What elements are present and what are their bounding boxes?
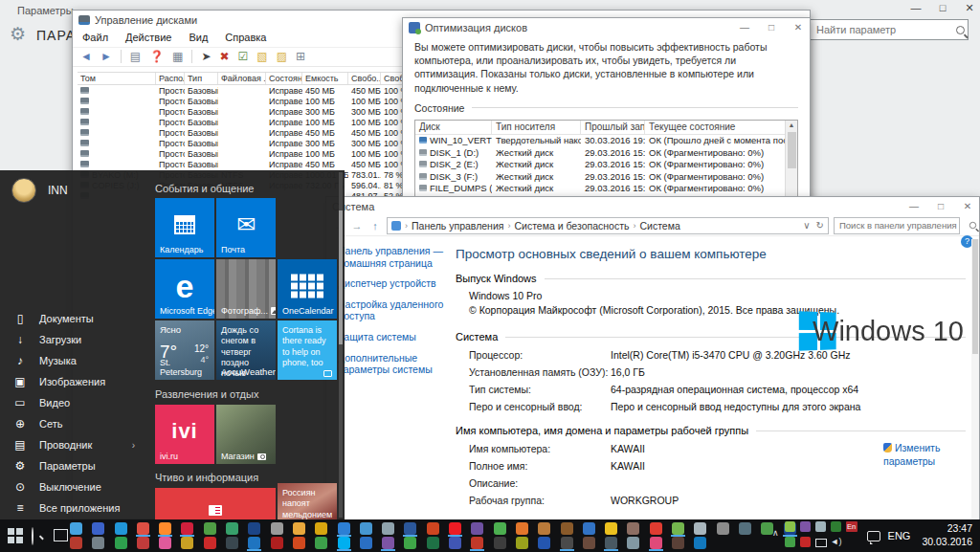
app-icon[interactable] xyxy=(494,537,506,549)
maximize-button[interactable]: □ xyxy=(935,201,947,211)
tile-cortana[interactable]: Cortana is there ready to help on phone,… xyxy=(278,320,337,380)
network-icon[interactable] xyxy=(815,539,827,547)
app-icon[interactable] xyxy=(583,522,595,535)
app-icon[interactable] xyxy=(338,537,350,549)
forward-icon[interactable]: → xyxy=(350,220,364,232)
app-icon[interactable] xyxy=(471,522,483,535)
rail-item-power[interactable]: ⊙Выключение xyxy=(0,476,148,497)
tile-edge[interactable]: e Microsoft Edge xyxy=(155,259,214,319)
rail-item-video[interactable]: ▭Видео xyxy=(0,392,148,413)
rail-item-pictures[interactable]: ▣Изображения xyxy=(0,371,148,392)
tile-onecalendar[interactable]: OneCalendar xyxy=(278,259,337,319)
app-icon[interactable] xyxy=(293,522,305,535)
app-icon[interactable] xyxy=(360,537,372,549)
menu-item-Справка[interactable]: Справка xyxy=(225,32,266,43)
maximize-button[interactable]: □ xyxy=(766,22,777,33)
rail-item-explorer[interactable]: ▤Проводник› xyxy=(0,434,148,455)
tile-mail[interactable]: ✉ Почта xyxy=(216,198,276,257)
tile-ivi[interactable]: ivi ivi.ru xyxy=(155,405,214,464)
task-view-button[interactable] xyxy=(54,529,68,541)
start-button[interactable] xyxy=(8,528,23,543)
app-icon[interactable] xyxy=(137,522,149,535)
app-icon[interactable] xyxy=(739,522,751,535)
app-icon[interactable] xyxy=(315,537,327,549)
taskbar-search-button[interactable] xyxy=(32,528,41,545)
column-header[interactable]: Текущее состояние xyxy=(645,121,787,134)
check-icon[interactable]: ☑ xyxy=(238,50,249,63)
app-icon[interactable] xyxy=(159,522,171,535)
rail-item-network[interactable]: ⊕Сеть xyxy=(0,413,148,434)
scrollbar-thumb[interactable] xyxy=(788,132,796,168)
rail-item-settings[interactable]: ⚙Параметры xyxy=(0,455,148,476)
app-icon[interactable] xyxy=(561,522,573,535)
tile-weather[interactable]: Ясно 7° 12° 4° St. Petersburg xyxy=(155,320,214,380)
app-icon[interactable] xyxy=(315,522,327,535)
app-icon[interactable] xyxy=(404,537,416,549)
app-icon[interactable] xyxy=(360,522,372,535)
app-icon[interactable] xyxy=(204,537,216,549)
minimize-button[interactable]: — xyxy=(909,2,923,14)
app-icon[interactable] xyxy=(694,537,706,549)
details-view-icon[interactable]: ▦ xyxy=(172,50,183,63)
app-icon[interactable] xyxy=(92,537,104,549)
app-icon[interactable] xyxy=(538,537,550,549)
sidebar-link[interactable]: Настройка удаленного доступа xyxy=(338,298,445,322)
optimize-drives-titlebar[interactable]: Оптимизация дисков — □ ✕ xyxy=(403,18,810,36)
grid-icon[interactable]: ⊞ xyxy=(296,50,305,63)
column-header[interactable]: Том xyxy=(78,73,156,84)
breadcrumb[interactable]: › Панель управления›Система и безопаснос… xyxy=(387,217,829,234)
scrollbar[interactable] xyxy=(339,172,343,518)
settings-search-input[interactable] xyxy=(810,24,956,35)
tray-app-icon[interactable] xyxy=(785,521,795,532)
breadcrumb-item[interactable]: Система xyxy=(639,220,679,232)
column-header[interactable]: Тип xyxy=(185,73,218,84)
app-icon[interactable] xyxy=(561,537,573,549)
rail-item-downloads[interactable]: ↓Загрузки xyxy=(0,329,148,350)
app-icon[interactable] xyxy=(204,522,216,535)
app-icon[interactable] xyxy=(494,522,506,535)
tray-app-icon[interactable] xyxy=(800,521,811,532)
change-settings-link[interactable]: Изменить параметры xyxy=(883,442,952,468)
tray-expand-icon[interactable]: ∧ xyxy=(772,528,779,538)
tile-accuweather[interactable]: Дождь со снегом в четверг поздно ночью A… xyxy=(216,320,276,380)
scroll-up-icon[interactable]: ▲ xyxy=(786,121,797,128)
scrollbar-thumb[interactable] xyxy=(972,239,978,354)
folder-icon[interactable]: ▧ xyxy=(256,50,267,63)
dropdown-icon[interactable]: ∨ xyxy=(803,220,810,231)
app-icon[interactable] xyxy=(650,522,662,535)
breadcrumb-item[interactable]: Панель управления xyxy=(412,220,503,232)
app-icon[interactable] xyxy=(516,537,528,549)
app-icon[interactable] xyxy=(672,522,684,535)
app-icon[interactable] xyxy=(382,522,394,535)
close-button[interactable]: ✕ xyxy=(792,22,804,33)
app-icon[interactable] xyxy=(627,522,639,535)
tile-store[interactable]: Магазин xyxy=(216,405,276,464)
forward-icon[interactable]: ► xyxy=(100,50,112,63)
app-icon[interactable] xyxy=(181,522,193,535)
minimize-button[interactable]: — xyxy=(908,201,920,211)
delete-icon[interactable]: ✖ xyxy=(220,50,230,63)
column-header[interactable]: Емкость xyxy=(302,73,348,84)
app-icon[interactable] xyxy=(159,537,171,549)
table-row[interactable]: DISK_3 (F:)Жесткий диск29.03.2016 15:27О… xyxy=(415,170,797,183)
app-icon[interactable] xyxy=(694,522,706,535)
up-icon[interactable]: ↑ xyxy=(368,220,382,232)
app-icon[interactable] xyxy=(226,537,238,549)
close-button[interactable]: ✕ xyxy=(963,2,976,14)
control-panel-search-box[interactable] xyxy=(834,217,960,234)
app-icon[interactable] xyxy=(137,537,149,549)
scrollbar-thumb[interactable] xyxy=(339,210,343,344)
app-icon[interactable] xyxy=(717,522,729,535)
app-icon[interactable] xyxy=(583,537,595,549)
app-icon[interactable] xyxy=(538,522,550,535)
volume-icon[interactable]: ◄) xyxy=(831,537,844,550)
app-icon[interactable] xyxy=(248,522,260,535)
app-icon[interactable] xyxy=(516,522,528,535)
app-icon[interactable] xyxy=(404,522,416,535)
app-icon[interactable] xyxy=(115,522,127,535)
rail-item-music[interactable]: ♪Музыка xyxy=(0,350,148,371)
feedback-icon[interactable] xyxy=(867,531,880,541)
app-icon[interactable] xyxy=(449,522,461,535)
tray-app-icon[interactable] xyxy=(831,521,841,532)
app-icon[interactable] xyxy=(605,522,617,535)
